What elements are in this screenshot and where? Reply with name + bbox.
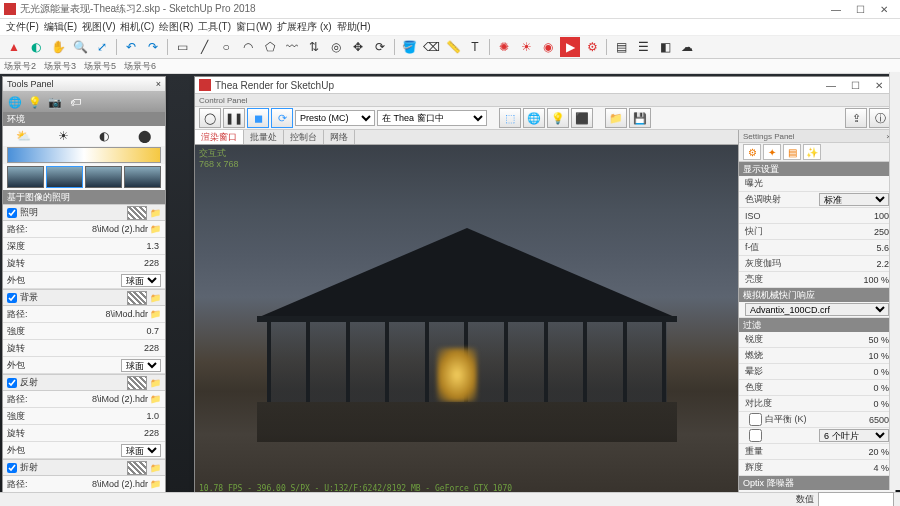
wb-value[interactable]: 6500 [869, 415, 889, 425]
folder-icon[interactable]: 📁 [150, 378, 161, 388]
zoom-extents-icon[interactable]: ⤢ [92, 37, 112, 57]
tab-batch[interactable]: 批量处 [244, 130, 284, 144]
hatch-icon[interactable] [127, 291, 147, 305]
stop-render-button[interactable]: ◼ [247, 108, 269, 128]
refl-checkbox[interactable] [7, 378, 17, 388]
section-reflection[interactable]: 反射📁 [3, 374, 165, 391]
sharpness-value[interactable]: 50 % [868, 335, 889, 345]
tp-tab-tag-icon[interactable]: 🏷 [67, 94, 83, 110]
polygon-icon[interactable]: ⬠ [260, 37, 280, 57]
refresh-button[interactable]: ⟳ [271, 108, 293, 128]
bulb-icon[interactable]: 💡 [547, 108, 569, 128]
browse-icon[interactable]: 📁 [150, 394, 161, 404]
box-icon[interactable]: ⬛ [571, 108, 593, 128]
outliner-icon[interactable]: ☰ [633, 37, 653, 57]
burn-value[interactable]: 10 % [868, 351, 889, 361]
rotate-icon[interactable]: ⟳ [370, 37, 390, 57]
render-viewport[interactable]: 交互式 768 x 768 10.78 FPS - 396.00 S/PX - … [195, 145, 738, 506]
tab-console[interactable]: 控制台 [284, 130, 324, 144]
thea-titlebar[interactable]: Thea Render for SketchUp — ☐ ✕ [195, 77, 895, 94]
scene-tab[interactable]: 场景号3 [44, 60, 76, 73]
fnumber-value[interactable]: 5.6 [876, 243, 889, 253]
select-icon[interactable]: ▲ [4, 37, 24, 57]
tape-icon[interactable]: 📏 [443, 37, 463, 57]
panel-close-icon[interactable]: × [156, 79, 161, 89]
maximize-button[interactable]: ☐ [848, 1, 872, 17]
browse-icon[interactable]: 📁 [150, 309, 161, 319]
list-tab-icon[interactable]: ▤ [783, 144, 801, 160]
move-icon[interactable]: ✥ [348, 37, 368, 57]
circle-icon[interactable]: ○ [216, 37, 236, 57]
menu-edit[interactable]: 编辑(E) [42, 20, 79, 34]
sky-gradient[interactable] [7, 147, 161, 163]
iso-value[interactable]: 100 [874, 211, 889, 221]
thea-light-icon[interactable]: ✺ [494, 37, 514, 57]
arc-icon[interactable]: ◠ [238, 37, 258, 57]
freehand-icon[interactable]: 〰 [282, 37, 302, 57]
thea-minimize-button[interactable]: — [819, 77, 843, 93]
weight-value[interactable]: 20 % [868, 447, 889, 457]
offset-icon[interactable]: ◎ [326, 37, 346, 57]
wrap-select[interactable]: 球面 [121, 359, 161, 372]
info-icon[interactable]: ⓘ [869, 108, 891, 128]
menu-view[interactable]: 视图(V) [80, 20, 117, 34]
brightness-value[interactable]: 100 % [863, 275, 889, 285]
hdr-thumb[interactable] [85, 166, 122, 188]
tools-panel-title[interactable]: Tools Panel× [3, 77, 165, 92]
bg-checkbox[interactable] [7, 293, 17, 303]
scene-tab[interactable]: 场景号6 [124, 60, 156, 73]
measurement-input[interactable] [818, 492, 894, 506]
tab-network[interactable]: 网络 [324, 130, 355, 144]
ibl-icon[interactable]: ◐ [94, 128, 114, 144]
shadows-icon[interactable]: ◧ [655, 37, 675, 57]
redo-icon[interactable]: ↷ [143, 37, 163, 57]
color-icon[interactable]: ⬤ [135, 128, 155, 144]
default-tray[interactable] [889, 72, 900, 490]
folder-icon[interactable]: 📁 [150, 208, 161, 218]
engine-select[interactable]: Presto (MC) [295, 110, 375, 126]
thea-sun-icon[interactable]: ☀ [516, 37, 536, 57]
thea-settings-icon[interactable]: ⚙ [582, 37, 602, 57]
orbit-icon[interactable]: ◐ [26, 37, 46, 57]
text-icon[interactable]: T [465, 37, 485, 57]
menu-help[interactable]: 帮助(H) [335, 20, 373, 34]
hdr-thumb[interactable] [124, 166, 161, 188]
hdr-thumb[interactable] [7, 166, 44, 188]
contrast-value[interactable]: 0 % [873, 399, 889, 409]
tp-tab-bulb-icon[interactable]: 💡 [27, 94, 43, 110]
tp-tab-camera-icon[interactable]: 📷 [47, 94, 63, 110]
hatch-icon[interactable] [127, 376, 147, 390]
wrap-select[interactable]: 球面 [121, 274, 161, 287]
tonemap-select[interactable]: 标准 [819, 193, 889, 206]
camera-select[interactable]: 在 Thea 窗口中 [377, 110, 487, 126]
sun-icon[interactable]: ☀ [54, 128, 74, 144]
optix-section[interactable]: Optix 降噪器 [739, 476, 895, 490]
menu-window[interactable]: 窗口(W) [234, 20, 274, 34]
crf-select[interactable]: Advantix_100CD.crf [745, 303, 889, 316]
section-illumination[interactable]: 照明📁 [3, 204, 165, 221]
pan-icon[interactable]: ✋ [48, 37, 68, 57]
illum-checkbox[interactable] [7, 208, 17, 218]
display-tab-icon[interactable]: ⚙ [743, 144, 761, 160]
channels-tab-icon[interactable]: ✦ [763, 144, 781, 160]
viewport[interactable]: Tools Panel× 🌐 💡 📷 🏷 环境 ⛅ ☀ ◐ ⬤ 基于图像的照明 … [0, 74, 900, 506]
hatch-icon[interactable] [127, 461, 147, 475]
minimize-button[interactable]: — [824, 1, 848, 17]
undo-icon[interactable]: ↶ [121, 37, 141, 57]
refr-checkbox[interactable] [7, 463, 17, 473]
thea-render-icon[interactable]: ▶ [560, 37, 580, 57]
vignette-value[interactable]: 0 % [873, 367, 889, 377]
display-section[interactable]: 显示设置 [739, 162, 895, 176]
fog-icon[interactable]: ☁ [677, 37, 697, 57]
tp-tab-globe-icon[interactable]: 🌐 [7, 94, 23, 110]
tab-render[interactable]: 渲染窗口 [195, 130, 244, 144]
scene-tab[interactable]: 场景号2 [4, 60, 36, 73]
diaphragm-checkbox[interactable] [749, 429, 762, 442]
zoom-icon[interactable]: 🔍 [70, 37, 90, 57]
menu-file[interactable]: 文件(F) [4, 20, 41, 34]
section-background[interactable]: 背景📁 [3, 289, 165, 306]
rectangle-icon[interactable]: ▭ [172, 37, 192, 57]
region-icon[interactable]: ⬚ [499, 108, 521, 128]
close-button[interactable]: ✕ [872, 1, 896, 17]
scene-tab[interactable]: 场景号5 [84, 60, 116, 73]
